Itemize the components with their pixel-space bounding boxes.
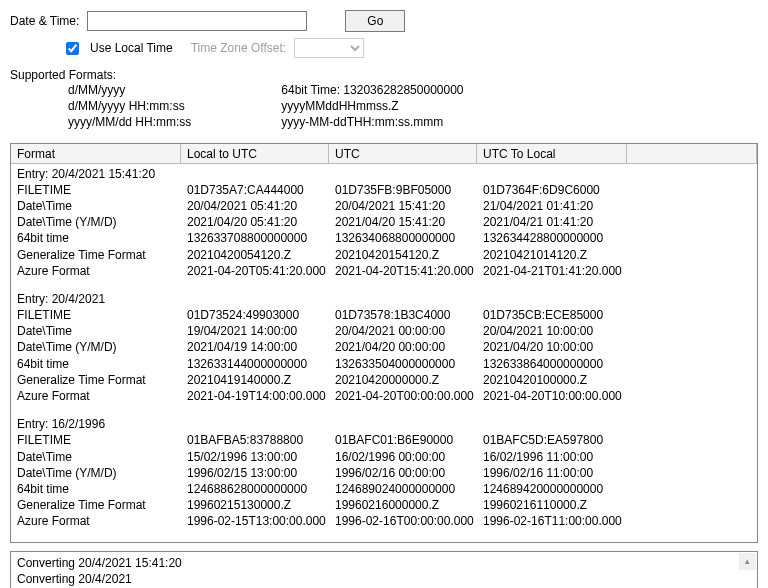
utc-value: 2021/04/20 15:41:20 xyxy=(335,214,483,230)
utc-value: 20/04/2021 15:41:20 xyxy=(335,198,483,214)
table-row: Date\Time15/02/1996 13:00:0016/02/1996 0… xyxy=(17,449,751,465)
column-header-utc-to-local[interactable]: UTC To Local xyxy=(477,144,627,164)
format-label: Date\Time xyxy=(17,323,187,339)
timezone-offset-select xyxy=(294,38,364,58)
entry-spacer xyxy=(17,279,751,291)
log-line: Converting 20/4/2021 xyxy=(17,571,751,587)
local-to-utc-value: 20/04/2021 05:41:20 xyxy=(187,198,335,214)
grid-body: Entry: 20/4/2021 15:41:20FILETIME01D735A… xyxy=(11,164,757,542)
local-to-utc-value: 01D735A7:CA444000 xyxy=(187,182,335,198)
utc-to-local-value: 132634428800000000 xyxy=(483,230,633,246)
utc-to-local-value: 20/04/2021 10:00:00 xyxy=(483,323,633,339)
format-label: Generalize Time Format xyxy=(17,247,187,263)
entry-spacer xyxy=(17,404,751,416)
format-label: Date\Time xyxy=(17,449,187,465)
utc-to-local-value: 132633864000000000 xyxy=(483,356,633,372)
utc-value: 2021/04/20 00:00:00 xyxy=(335,339,483,355)
entry-title: Entry: 20/4/2021 15:41:20 xyxy=(17,166,751,182)
scroll-up-icon[interactable]: ▴ xyxy=(739,553,756,570)
format-example: 64bit Time: 132036282850000000 xyxy=(281,82,463,98)
utc-value: 1996/02/16 00:00:00 xyxy=(335,465,483,481)
local-to-utc-value: 01BAFBA5:83788800 xyxy=(187,432,335,448)
format-example: yyyy-MM-ddTHH:mm:ss.mmm xyxy=(281,114,463,130)
utc-to-local-value: 2021/04/21 01:41:20 xyxy=(483,214,633,230)
format-label: Date\Time xyxy=(17,198,187,214)
utc-to-local-value: 21/04/2021 01:41:20 xyxy=(483,198,633,214)
utc-to-local-value: 20210420100000.Z xyxy=(483,372,633,388)
format-label: 64bit time xyxy=(17,230,187,246)
format-example: yyyyMMddHHmmss.Z xyxy=(281,98,463,114)
utc-to-local-value: 1996-02-16T11:00:00.000 xyxy=(483,513,633,529)
timezone-offset-label: Time Zone Offset: xyxy=(191,41,286,55)
local-to-utc-value: 19/04/2021 14:00:00 xyxy=(187,323,335,339)
utc-to-local-value: 2021/04/20 10:00:00 xyxy=(483,339,633,355)
format-label: FILETIME xyxy=(17,307,187,323)
format-example: d/MM/yyyy HH:mm:ss xyxy=(68,98,191,114)
table-row: Date\Time20/04/2021 05:41:2020/04/2021 1… xyxy=(17,198,751,214)
entry-title-text: Entry: 20/4/2021 xyxy=(17,291,105,307)
entry-title-text: Entry: 20/4/2021 15:41:20 xyxy=(17,166,155,182)
table-row: Azure Format2021-04-19T14:00:00.0002021-… xyxy=(17,388,751,404)
format-label: Azure Format xyxy=(17,513,187,529)
local-to-utc-value: 19960215130000.Z xyxy=(187,497,335,513)
utc-to-local-value: 2021-04-21T01:41:20.000 xyxy=(483,263,633,279)
supported-formats-heading: Supported Formats: xyxy=(10,68,758,82)
utc-value: 16/02/1996 00:00:00 xyxy=(335,449,483,465)
local-to-utc-value: 2021/04/19 14:00:00 xyxy=(187,339,335,355)
format-label: Azure Format xyxy=(17,388,187,404)
utc-to-local-value: 19960216110000.Z xyxy=(483,497,633,513)
utc-value: 20210420000000.Z xyxy=(335,372,483,388)
format-label: FILETIME xyxy=(17,182,187,198)
formats-right-col: 64bit Time: 132036282850000000 yyyyMMddH… xyxy=(281,82,463,131)
table-row: Generalize Time Format20210419140000.Z20… xyxy=(17,372,751,388)
local-to-utc-value: 132633144000000000 xyxy=(187,356,335,372)
format-label: FILETIME xyxy=(17,432,187,448)
utc-value: 19960216000000.Z xyxy=(335,497,483,513)
format-label: Generalize Time Format xyxy=(17,372,187,388)
table-row: Date\Time (Y/M/D)2021/04/20 05:41:202021… xyxy=(17,214,751,230)
utc-to-local-value: 1996/02/16 11:00:00 xyxy=(483,465,633,481)
datetime-label: Date & Time: xyxy=(10,14,79,28)
utc-to-local-value: 01D735CB:ECE85000 xyxy=(483,307,633,323)
use-local-time-label: Use Local Time xyxy=(90,41,173,55)
utc-value: 132633504000000000 xyxy=(335,356,483,372)
utc-value: 2021-04-20T00:00:00.000 xyxy=(335,388,483,404)
utc-value: 01BAFC01:B6E90000 xyxy=(335,432,483,448)
format-label: Date\Time (Y/M/D) xyxy=(17,465,187,481)
table-row: FILETIME01BAFBA5:8378880001BAFC01:B6E900… xyxy=(17,432,751,448)
utc-to-local-value: 16/02/1996 11:00:00 xyxy=(483,449,633,465)
local-to-utc-value: 1996/02/15 13:00:00 xyxy=(187,465,335,481)
utc-value: 132634068800000000 xyxy=(335,230,483,246)
format-label: Generalize Time Format xyxy=(17,497,187,513)
grid-header-row: Format Local to UTC UTC UTC To Local xyxy=(11,144,757,164)
table-row: Date\Time19/04/2021 14:00:0020/04/2021 0… xyxy=(17,323,751,339)
utc-value: 01D73578:1B3C4000 xyxy=(335,307,483,323)
format-label: 64bit time xyxy=(17,356,187,372)
local-to-utc-value: 15/02/1996 13:00:00 xyxy=(187,449,335,465)
column-header-format[interactable]: Format xyxy=(11,144,181,164)
utc-to-local-value: 20210421014120.Z xyxy=(483,247,633,263)
table-row: 64bit time132633708800000000132634068800… xyxy=(17,230,751,246)
format-label: Date\Time (Y/M/D) xyxy=(17,214,187,230)
column-header-local-to-utc[interactable]: Local to UTC xyxy=(181,144,329,164)
datetime-row: Date & Time: Go xyxy=(10,10,758,32)
log-line: Converting 20/4/2021 15:41:20 xyxy=(17,555,751,571)
local-to-utc-value: 2021-04-20T05:41:20.000 xyxy=(187,263,335,279)
table-row: Azure Format1996-02-15T13:00:00.0001996-… xyxy=(17,513,751,529)
utc-to-local-value: 2021-04-20T10:00:00.000 xyxy=(483,388,633,404)
local-to-utc-value: 124688628000000000 xyxy=(187,481,335,497)
log-panel: ▴ Converting 20/4/2021 15:41:20 Converti… xyxy=(10,551,758,589)
entry-title: Entry: 20/4/2021 xyxy=(17,291,751,307)
local-to-utc-value: 132633708800000000 xyxy=(187,230,335,246)
utc-value: 2021-04-20T15:41:20.000 xyxy=(335,263,483,279)
format-label: Date\Time (Y/M/D) xyxy=(17,339,187,355)
use-local-time-checkbox[interactable] xyxy=(66,42,79,55)
datetime-input[interactable] xyxy=(87,11,307,31)
column-header-spare[interactable] xyxy=(627,144,757,164)
column-header-utc[interactable]: UTC xyxy=(329,144,477,164)
go-button[interactable]: Go xyxy=(345,10,405,32)
local-to-utc-value: 20210419140000.Z xyxy=(187,372,335,388)
utc-value: 20210420154120.Z xyxy=(335,247,483,263)
options-row: Use Local Time Time Zone Offset: xyxy=(10,38,758,58)
utc-to-local-value: 01BAFC5D:EA597800 xyxy=(483,432,633,448)
